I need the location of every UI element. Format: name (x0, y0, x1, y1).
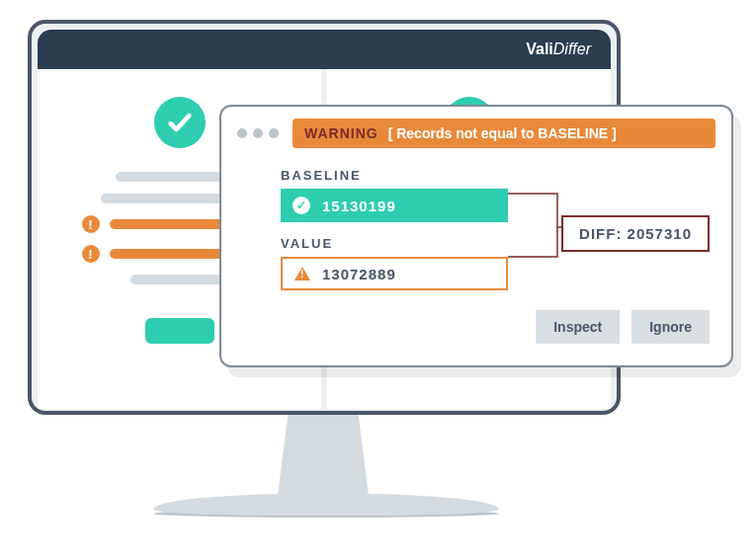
ignore-button[interactable]: Ignore (631, 310, 710, 344)
app-brand: ValiDiffer (526, 40, 591, 58)
alert-icon: ! (82, 215, 100, 233)
baseline-value-box: ✓ 15130199 (281, 189, 508, 222)
placeholder-bar (130, 275, 229, 284)
baseline-value: 15130199 (322, 198, 396, 214)
diff-value-box: DIFF: 2057310 (561, 215, 710, 252)
monitor-stand-base (153, 494, 499, 516)
value-box: 13072889 (281, 257, 508, 290)
monitor-stand-neck (277, 415, 370, 504)
dialog-actions: Inspect Ignore (221, 290, 731, 350)
window-dot[interactable] (269, 128, 279, 138)
warning-dialog: WARNING [ Records not equal to BASELINE … (219, 105, 733, 367)
check-icon (154, 97, 206, 148)
warning-tag: WARNING (304, 125, 378, 141)
window-controls (237, 128, 279, 138)
check-badge-icon: ✓ (293, 197, 310, 214)
confirm-button[interactable] (145, 318, 214, 344)
warning-banner: WARNING [ Records not equal to BASELINE … (293, 119, 715, 148)
window-dot[interactable] (253, 128, 263, 138)
dialog-header: WARNING [ Records not equal to BASELINE … (221, 107, 731, 158)
inspect-button[interactable]: Inspect (536, 310, 620, 344)
current-value: 13072889 (322, 266, 396, 282)
brand-italic: Differ (553, 40, 591, 57)
dialog-body: BASELINE ✓ 15130199 VALUE 13072889 DIFF:… (221, 158, 731, 290)
diff-value: DIFF: 2057310 (579, 225, 692, 242)
alert-icon: ! (82, 245, 100, 263)
warning-message: [ Records not equal to BASELINE ] (388, 125, 617, 141)
brand-bold: Vali (526, 40, 553, 57)
warning-triangle-icon (294, 267, 310, 280)
window-dot[interactable] (237, 128, 247, 138)
baseline-label: BASELINE (281, 168, 710, 183)
app-topbar: ValiDiffer (38, 30, 611, 69)
